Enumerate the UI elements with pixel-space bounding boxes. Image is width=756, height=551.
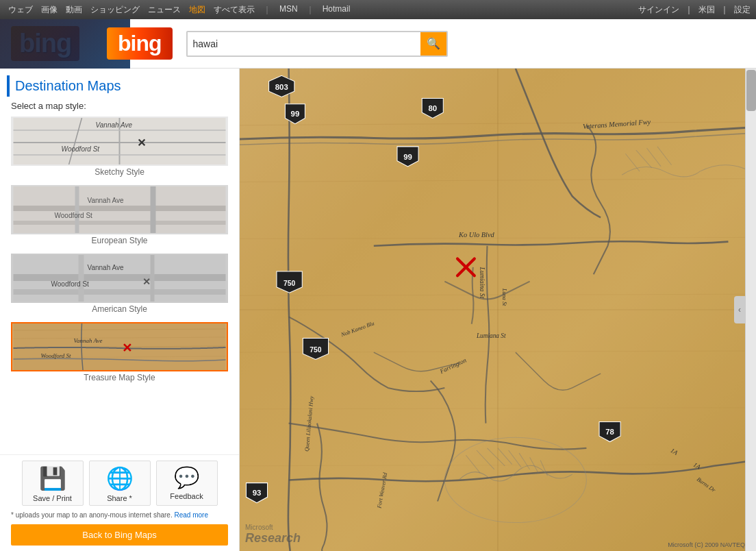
top-navigation: ウェブ 画像 動画 ショッピング ニュース 地図 すべて表示 ｜ MSN ｜ H… <box>0 0 756 19</box>
feedback-button[interactable]: 💬 Feedback <box>156 461 218 506</box>
svg-text:Vannah Ave: Vannah Ave <box>88 264 124 271</box>
svg-text:Vannah Ave: Vannah Ave <box>74 337 103 344</box>
svg-text:93: 93 <box>253 489 262 497</box>
chevron-left-icon: ‹ <box>738 305 741 315</box>
svg-rect-13 <box>151 186 156 234</box>
nav-all[interactable]: すべて表示 <box>211 4 257 16</box>
nav-msn[interactable]: MSN <box>277 4 301 16</box>
sketchy-preview-svg: Vannah Ave Woodford St ✕ <box>12 118 227 166</box>
bing-brand: bing <box>118 31 162 56</box>
page-title: Destination Maps <box>15 78 227 94</box>
action-buttons: 💾 Save / Print 🌐 Share * 💬 Feedback <box>11 461 228 506</box>
nav-links: ウェブ 画像 動画 ショッピング ニュース 地図 すべて表示 ｜ MSN ｜ H… <box>5 4 638 16</box>
signin-link[interactable]: サインイン <box>638 4 679 16</box>
style-options: Vannah Ave Woodford St ✕ Sketchy Style <box>0 117 239 454</box>
svg-text:803: 803 <box>275 83 288 91</box>
svg-text:✕: ✕ <box>122 341 132 355</box>
svg-text:Vannah Ave: Vannah Ave <box>88 197 124 204</box>
search-button[interactable]: 🔍 <box>420 32 446 56</box>
american-label: American Style <box>11 303 228 318</box>
american-preview-svg: Vannah Ave Woodford St ✕ <box>12 255 227 303</box>
svg-text:Lumiana St: Lumiana St <box>476 332 506 339</box>
nav-sep1: ｜ <box>260 4 274 16</box>
save-label: Save / Print <box>33 494 72 502</box>
european-preview-svg: Vannah Ave Woodford St <box>12 186 227 234</box>
nav-hotmail[interactable]: Hotmail <box>320 4 353 16</box>
svg-text:750: 750 <box>310 346 322 354</box>
svg-text:78: 78 <box>605 428 614 436</box>
search-icon: 🔍 <box>427 37 440 50</box>
nav-maps[interactable]: 地図 <box>186 4 208 16</box>
treasure-label: Treasure Map Style <box>11 371 228 387</box>
search-input[interactable] <box>188 32 420 56</box>
svg-rect-11 <box>14 221 226 225</box>
svg-text:✕: ✕ <box>137 137 146 149</box>
svg-rect-18 <box>14 289 226 295</box>
sidebar: Destination Maps Select a map style: <box>0 69 240 551</box>
svg-text:Woodford St: Woodford St <box>41 352 72 359</box>
sketchy-label: Sketchy Style <box>11 166 228 181</box>
sep3: ｜ <box>685 4 693 16</box>
svg-rect-10 <box>14 206 226 211</box>
svg-text:Vannah Ave: Vannah Ave <box>96 121 133 129</box>
svg-text:80: 80 <box>428 104 437 112</box>
svg-text:Luna St: Luna St <box>501 288 507 306</box>
search-box: 🔍 <box>186 31 448 57</box>
main-content: Destination Maps Select a map style: <box>0 69 756 551</box>
save-icon: 💾 <box>39 465 66 491</box>
region-link[interactable]: 米国 <box>698 4 715 16</box>
svg-text:99: 99 <box>403 153 412 161</box>
svg-text:✕: ✕ <box>142 276 151 287</box>
search-bar: bing bing 🔍 <box>0 19 756 69</box>
collapse-handle[interactable]: ‹ <box>734 296 745 323</box>
svg-text:Woodford St: Woodford St <box>55 212 93 219</box>
svg-rect-19 <box>79 255 84 303</box>
nav-images[interactable]: 画像 <box>38 4 60 16</box>
style-american[interactable]: Vannah Ave Woodford St ✕ American Style <box>11 254 228 318</box>
copyright-text: Microsoft (C) 2009 NAVTEQ <box>668 541 745 548</box>
svg-text:Ko Ulo Blvd: Ko Ulo Blvd <box>458 231 495 238</box>
svg-rect-12 <box>75 186 79 234</box>
svg-text:750: 750 <box>284 280 296 287</box>
nav-news[interactable]: ニュース <box>145 4 184 16</box>
svg-text:99: 99 <box>291 110 300 118</box>
nav-video[interactable]: 動画 <box>63 4 85 16</box>
svg-text:Lumiaina St: Lumiaina St <box>479 267 486 299</box>
right-links: サインイン ｜ 米国 ｜ 設定 <box>638 4 751 16</box>
nav-shopping[interactable]: ショッピング <box>88 4 142 16</box>
nav-web[interactable]: ウェブ <box>5 4 36 16</box>
map-area[interactable]: Veterans Memorial Fwy Ko Ulo Blvd Lumiai… <box>240 69 756 551</box>
share-icon: 🌐 <box>106 465 134 491</box>
svg-text:Woodford St: Woodford St <box>51 280 90 288</box>
select-style-label: Select a map style: <box>0 99 239 117</box>
share-label: Share * <box>107 494 132 502</box>
nav-sep2: ｜ <box>303 4 317 16</box>
save-print-button[interactable]: 💾 Save / Print <box>22 461 84 506</box>
sep4: ｜ <box>720 4 729 16</box>
bottom-section: 💾 Save / Print 🌐 Share * 💬 Feedback * up… <box>0 454 239 551</box>
scrollbar-thumb[interactable] <box>746 70 756 111</box>
settings-link[interactable]: 設定 <box>734 4 751 16</box>
treasure-preview-svg: Vannah Ave Woodford St ✕ <box>12 323 227 371</box>
treasure-map-svg: Veterans Memorial Fwy Ko Ulo Blvd Lumiai… <box>240 69 756 551</box>
share-button[interactable]: 🌐 Share * <box>89 461 151 506</box>
style-treasure[interactable]: Vannah Ave Woodford St ✕ Treasure Map St… <box>11 322 228 387</box>
svg-rect-20 <box>151 255 155 303</box>
feedback-label: Feedback <box>170 492 203 500</box>
feedback-icon: 💬 <box>174 465 199 489</box>
footnote: * uploads your map to an anony-mous inte… <box>11 511 228 519</box>
style-european[interactable]: Vannah Ave Woodford St European Style <box>11 185 228 249</box>
style-sketchy[interactable]: Vannah Ave Woodford St ✕ Sketchy Style <box>11 117 228 181</box>
european-label: European Style <box>11 234 228 249</box>
read-more-link[interactable]: Read more <box>174 511 207 519</box>
back-to-maps-button[interactable]: Back to Bing Maps <box>11 524 228 546</box>
right-scrollbar[interactable] <box>745 69 756 551</box>
svg-text:Woodford St: Woodford St <box>62 145 101 153</box>
microsoft-research-logo: Microsoft Research <box>245 524 301 546</box>
svg-rect-17 <box>14 274 226 281</box>
